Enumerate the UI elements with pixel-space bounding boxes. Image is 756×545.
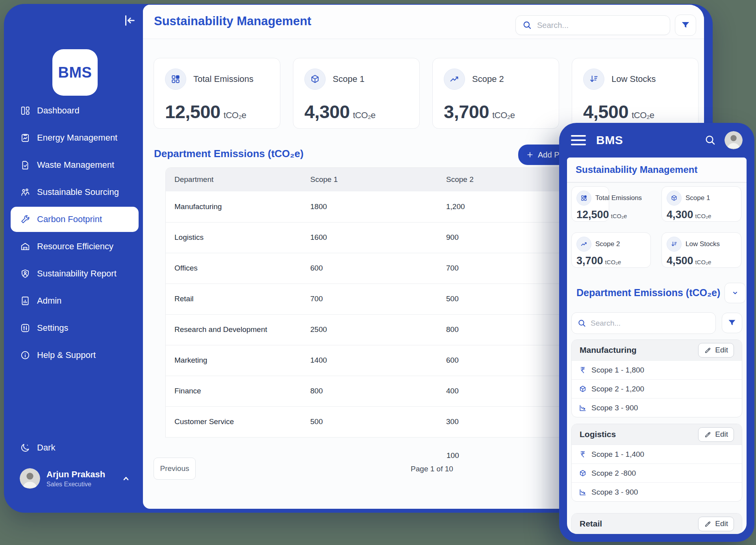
edit-button[interactable]: Edit <box>698 517 734 531</box>
mobile-stat-total-emissions: Total Emissions 12,500tCO₂e <box>571 186 609 222</box>
filter-button[interactable] <box>675 15 696 36</box>
sidebar-item-admin[interactable]: Admin <box>11 288 139 313</box>
scope-row: Scope 1 - 1,400 <box>572 445 742 463</box>
sidebar: BMS Dashboard Energy Management <box>4 4 143 513</box>
user-role: Sales Executive <box>46 481 120 488</box>
scope-row-text: Scope 3 - 900 <box>591 488 638 497</box>
column-header-scope-2[interactable]: Scope 2 <box>437 168 573 191</box>
section-title: Department Emissions (tCO₂e) <box>154 148 304 160</box>
scope-row-text: Scope 3 - 900 <box>591 404 638 412</box>
stat-value: 3,700tCO₂e <box>576 255 646 267</box>
sustainable-sourcing-icon <box>20 187 30 198</box>
stat-unit: tCO₂e <box>611 213 627 219</box>
grid-icon <box>165 69 186 90</box>
department-card-header: Retail Edit <box>572 513 742 534</box>
stat-unit: tCO₂e <box>695 213 712 219</box>
add-product-label: Add Pr <box>538 150 562 159</box>
theme-toggle-label: Dark <box>37 443 55 453</box>
sidebar-item-resource-efficiency[interactable]: Resource Efficiency <box>11 234 139 259</box>
column-header-department[interactable]: Department <box>166 168 302 191</box>
sidebar-item-settings[interactable]: Settings <box>11 315 139 341</box>
column-header-scope-1[interactable]: Scope 1 <box>302 168 437 191</box>
user-avatar <box>20 468 40 489</box>
stat-value: 12,500tCO₂e <box>576 209 604 221</box>
sidebar-item-carbon-footprint[interactable]: Carbon Footprint <box>11 207 139 232</box>
stat-card-total-emissions: Total Emissions 12,500tCO₂e <box>154 58 280 129</box>
filter-icon <box>727 318 737 328</box>
sort-descending-icon <box>583 69 604 90</box>
sidebar-item-waste-management[interactable]: Waste Management <box>11 152 139 178</box>
edit-pencil-icon <box>704 431 712 438</box>
stat-card-low-stocks: Low Stocks 4,500tCO₂e <box>572 58 699 129</box>
scope-row-text: Scope 1 - 1,800 <box>591 366 644 374</box>
sidebar-item-sustainable-sourcing[interactable]: Sustainable Sourcing <box>11 180 139 205</box>
sidebar-item-dashboard[interactable]: Dashboard <box>11 98 139 123</box>
edit-pencil-icon <box>704 347 712 354</box>
stat-label: Low Stocks <box>611 74 656 84</box>
stat-unit: tCO₂e <box>605 259 621 265</box>
stat-unit: tCO₂e <box>492 110 515 120</box>
sidebar-item-energy-management[interactable]: Energy Management <box>11 125 139 150</box>
cube-icon <box>304 69 326 90</box>
collapse-sidebar-button[interactable] <box>121 13 137 28</box>
trend-up-icon <box>576 237 591 252</box>
search-icon <box>577 319 587 328</box>
sidebar-item-label: Resource Efficiency <box>37 241 113 252</box>
sidebar-item-label: Sustainable Sourcing <box>37 187 119 197</box>
search-input[interactable] <box>537 21 663 30</box>
mobile-brand: BMS <box>596 133 623 147</box>
chart-down-icon <box>579 404 587 412</box>
edit-button[interactable]: Edit <box>698 343 734 358</box>
sidebar-item-help-support[interactable]: Help & Support <box>11 343 139 368</box>
theme-toggle[interactable]: Dark <box>20 435 55 460</box>
scope-row: Scope 3 - 900 <box>572 398 742 417</box>
mobile-body: Sustainability Management Total Emission… <box>567 158 747 534</box>
rupee-icon <box>579 450 587 458</box>
rupee-icon <box>579 366 587 374</box>
department-name: Manufacturing <box>580 345 637 355</box>
stat-label: Scope 1 <box>333 74 365 84</box>
mobile-search-input[interactable] <box>591 319 710 328</box>
edit-pencil-icon <box>704 520 712 528</box>
collapse-sidebar-icon <box>121 13 137 28</box>
stat-label: Scope 2 <box>472 74 504 84</box>
scope-row-text: Scope 1 - 1,400 <box>591 450 644 459</box>
mobile-header: BMS <box>559 123 754 158</box>
page-title: Sustainability Management <box>154 14 311 28</box>
mobile-user-avatar[interactable] <box>724 131 743 149</box>
edit-button[interactable]: Edit <box>698 427 734 442</box>
stat-unit: tCO₂e <box>632 110 654 120</box>
stat-value: 3,700tCO₂e <box>444 101 548 122</box>
admin-icon <box>20 296 30 306</box>
stat-card-scope-1: Scope 1 4,300tCO₂e <box>293 58 420 129</box>
department-card-retail: Retail Edit <box>571 513 742 534</box>
scope-row-text: Scope 2 -800 <box>591 469 636 478</box>
stat-value: 12,500tCO₂e <box>165 101 269 122</box>
stat-unit: tCO₂e <box>353 110 375 120</box>
mobile-search-icon[interactable] <box>704 134 717 146</box>
scope-row-text: Scope 2 - 1,200 <box>591 385 644 393</box>
sidebar-item-label: Dashboard <box>37 106 80 116</box>
mobile-filter-button[interactable] <box>722 313 742 333</box>
sort-descending-icon <box>667 237 682 252</box>
user-profile[interactable]: Arjun Prakash Sales Executive <box>20 466 132 491</box>
menu-icon[interactable] <box>571 135 586 145</box>
grid-icon <box>576 191 591 206</box>
department-name: Retail <box>580 519 602 528</box>
section-collapse-button[interactable] <box>724 283 746 303</box>
stat-unit: tCO₂e <box>224 110 246 120</box>
user-info: Arjun Prakash Sales Executive <box>46 469 120 488</box>
filter-icon <box>680 20 691 30</box>
sustainability-report-icon <box>20 269 30 279</box>
mobile-app-window: BMS Sustainability Management Total Emis… <box>559 123 754 542</box>
scope-row: Scope 2 -800 <box>572 463 742 482</box>
brand-logo: BMS <box>52 49 98 96</box>
mobile-stat-scope-2: Scope 2 3,700tCO₂e <box>571 232 651 268</box>
sidebar-item-label: Waste Management <box>37 160 114 170</box>
cube-icon <box>579 469 587 477</box>
mobile-section-title: Department Emissions (tCO₂e) <box>576 287 720 298</box>
department-card-header: Manufacturing Edit <box>572 340 742 360</box>
sidebar-item-sustainability-report[interactable]: Sustainability Report <box>11 261 139 286</box>
search-icon <box>522 20 532 30</box>
chevron-up-icon <box>120 473 132 484</box>
